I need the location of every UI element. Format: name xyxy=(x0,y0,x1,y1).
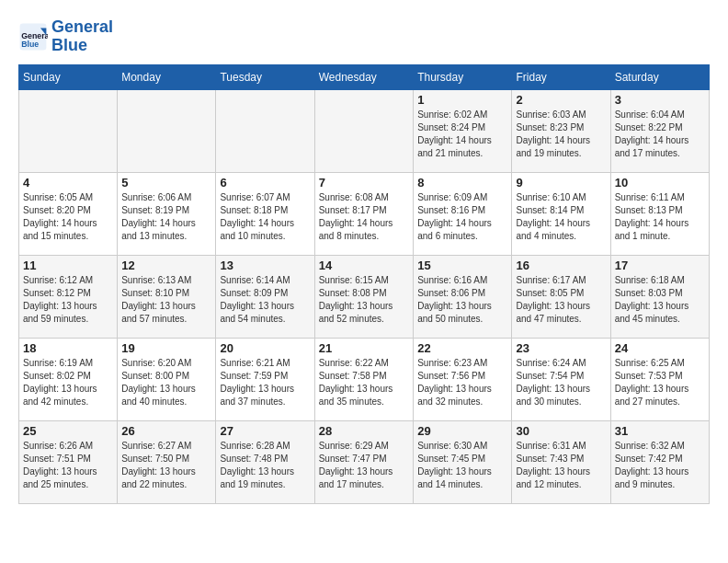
day-info: Sunrise: 6:07 AM Sunset: 8:18 PM Dayligh… xyxy=(220,191,310,243)
day-cell: 28Sunrise: 6:29 AM Sunset: 7:47 PM Dayli… xyxy=(314,420,414,503)
week-row-1: 1Sunrise: 6:02 AM Sunset: 8:24 PM Daylig… xyxy=(19,89,710,172)
day-header-saturday: Saturday xyxy=(610,64,709,89)
day-cell: 15Sunrise: 6:16 AM Sunset: 8:06 PM Dayli… xyxy=(414,255,512,338)
day-info: Sunrise: 6:25 AM Sunset: 7:53 PM Dayligh… xyxy=(615,357,705,408)
day-info: Sunrise: 6:04 AM Sunset: 8:22 PM Dayligh… xyxy=(615,109,705,160)
day-cell xyxy=(216,89,314,172)
day-cell: 9Sunrise: 6:10 AM Sunset: 8:14 PM Daylig… xyxy=(512,172,610,255)
day-info: Sunrise: 6:28 AM Sunset: 7:48 PM Dayligh… xyxy=(220,440,310,491)
day-info: Sunrise: 6:12 AM Sunset: 8:12 PM Dayligh… xyxy=(23,274,113,326)
day-info: Sunrise: 6:21 AM Sunset: 7:59 PM Dayligh… xyxy=(220,357,310,408)
day-cell: 7Sunrise: 6:08 AM Sunset: 8:17 PM Daylig… xyxy=(314,172,414,255)
day-number: 29 xyxy=(417,424,507,438)
day-info: Sunrise: 6:06 AM Sunset: 8:19 PM Dayligh… xyxy=(121,191,211,243)
day-cell: 16Sunrise: 6:17 AM Sunset: 8:05 PM Dayli… xyxy=(512,255,610,338)
week-row-2: 4Sunrise: 6:05 AM Sunset: 8:20 PM Daylig… xyxy=(19,172,710,255)
day-header-friday: Friday xyxy=(512,64,610,89)
day-cell: 30Sunrise: 6:31 AM Sunset: 7:43 PM Dayli… xyxy=(512,420,610,503)
day-number: 5 xyxy=(121,176,211,190)
day-info: Sunrise: 6:11 AM Sunset: 8:13 PM Dayligh… xyxy=(615,191,705,243)
day-number: 21 xyxy=(319,341,410,355)
day-cell: 31Sunrise: 6:32 AM Sunset: 7:42 PM Dayli… xyxy=(610,420,709,503)
week-row-5: 25Sunrise: 6:26 AM Sunset: 7:51 PM Dayli… xyxy=(19,420,710,503)
day-info: Sunrise: 6:03 AM Sunset: 8:23 PM Dayligh… xyxy=(516,109,606,160)
day-number: 17 xyxy=(615,259,705,272)
day-cell: 12Sunrise: 6:13 AM Sunset: 8:10 PM Dayli… xyxy=(118,255,216,338)
day-info: Sunrise: 6:19 AM Sunset: 8:02 PM Dayligh… xyxy=(23,357,113,408)
day-number: 31 xyxy=(615,424,705,438)
logo-icon: General Blue xyxy=(18,22,48,52)
day-info: Sunrise: 6:09 AM Sunset: 8:16 PM Dayligh… xyxy=(417,191,507,243)
day-number: 18 xyxy=(23,341,113,355)
day-info: Sunrise: 6:16 AM Sunset: 8:06 PM Dayligh… xyxy=(417,274,507,326)
day-number: 24 xyxy=(615,341,705,355)
day-cell: 27Sunrise: 6:28 AM Sunset: 7:48 PM Dayli… xyxy=(216,420,314,503)
day-number: 30 xyxy=(516,424,606,438)
day-number: 8 xyxy=(417,176,507,190)
day-cell: 18Sunrise: 6:19 AM Sunset: 8:02 PM Dayli… xyxy=(19,338,118,420)
logo-text: GeneralBlue xyxy=(51,18,113,55)
day-number: 11 xyxy=(23,259,113,272)
day-cell xyxy=(19,89,118,172)
day-info: Sunrise: 6:26 AM Sunset: 7:51 PM Dayligh… xyxy=(23,440,113,491)
day-number: 27 xyxy=(220,424,310,438)
day-info: Sunrise: 6:24 AM Sunset: 7:54 PM Dayligh… xyxy=(516,357,606,408)
day-number: 26 xyxy=(121,424,211,438)
day-cell: 19Sunrise: 6:20 AM Sunset: 8:00 PM Dayli… xyxy=(118,338,216,420)
day-cell: 2Sunrise: 6:03 AM Sunset: 8:23 PM Daylig… xyxy=(512,89,610,172)
day-cell: 13Sunrise: 6:14 AM Sunset: 8:09 PM Dayli… xyxy=(216,255,314,338)
day-number: 19 xyxy=(121,341,211,355)
day-number: 6 xyxy=(220,176,310,190)
day-number: 4 xyxy=(23,176,113,190)
day-info: Sunrise: 6:30 AM Sunset: 7:45 PM Dayligh… xyxy=(417,440,507,491)
day-cell: 11Sunrise: 6:12 AM Sunset: 8:12 PM Dayli… xyxy=(19,255,118,338)
day-number: 1 xyxy=(417,93,507,107)
day-number: 13 xyxy=(220,259,310,272)
day-info: Sunrise: 6:29 AM Sunset: 7:47 PM Dayligh… xyxy=(319,440,410,491)
week-row-4: 18Sunrise: 6:19 AM Sunset: 8:02 PM Dayli… xyxy=(19,338,710,420)
day-number: 22 xyxy=(417,341,507,355)
day-number: 14 xyxy=(319,259,410,272)
day-cell: 26Sunrise: 6:27 AM Sunset: 7:50 PM Dayli… xyxy=(118,420,216,503)
day-cell: 22Sunrise: 6:23 AM Sunset: 7:56 PM Dayli… xyxy=(414,338,512,420)
day-number: 16 xyxy=(516,259,606,272)
day-cell: 6Sunrise: 6:07 AM Sunset: 8:18 PM Daylig… xyxy=(216,172,314,255)
day-cell xyxy=(314,89,414,172)
day-cell: 29Sunrise: 6:30 AM Sunset: 7:45 PM Dayli… xyxy=(414,420,512,503)
day-header-thursday: Thursday xyxy=(414,64,512,89)
day-cell: 1Sunrise: 6:02 AM Sunset: 8:24 PM Daylig… xyxy=(414,89,512,172)
day-info: Sunrise: 6:22 AM Sunset: 7:58 PM Dayligh… xyxy=(319,357,410,408)
day-cell: 25Sunrise: 6:26 AM Sunset: 7:51 PM Dayli… xyxy=(19,420,118,503)
day-info: Sunrise: 6:10 AM Sunset: 8:14 PM Dayligh… xyxy=(516,191,606,243)
svg-text:Blue: Blue xyxy=(21,40,39,49)
day-info: Sunrise: 6:31 AM Sunset: 7:43 PM Dayligh… xyxy=(516,440,606,491)
day-info: Sunrise: 6:02 AM Sunset: 8:24 PM Dayligh… xyxy=(417,109,507,160)
calendar-table: SundayMondayTuesdayWednesdayThursdayFrid… xyxy=(18,64,710,504)
day-info: Sunrise: 6:27 AM Sunset: 7:50 PM Dayligh… xyxy=(121,440,211,491)
day-info: Sunrise: 6:13 AM Sunset: 8:10 PM Dayligh… xyxy=(121,274,211,326)
page-header: General Blue GeneralBlue xyxy=(18,18,710,55)
day-number: 9 xyxy=(516,176,606,190)
day-cell: 4Sunrise: 6:05 AM Sunset: 8:20 PM Daylig… xyxy=(19,172,118,255)
day-header-tuesday: Tuesday xyxy=(216,64,314,89)
day-cell: 8Sunrise: 6:09 AM Sunset: 8:16 PM Daylig… xyxy=(414,172,512,255)
day-number: 2 xyxy=(516,93,606,107)
day-number: 12 xyxy=(121,259,211,272)
week-row-3: 11Sunrise: 6:12 AM Sunset: 8:12 PM Dayli… xyxy=(19,255,710,338)
svg-text:General: General xyxy=(21,30,48,40)
day-cell: 5Sunrise: 6:06 AM Sunset: 8:19 PM Daylig… xyxy=(118,172,216,255)
day-cell: 24Sunrise: 6:25 AM Sunset: 7:53 PM Dayli… xyxy=(610,338,709,420)
day-number: 7 xyxy=(319,176,410,190)
day-number: 15 xyxy=(417,259,507,272)
day-cell: 23Sunrise: 6:24 AM Sunset: 7:54 PM Dayli… xyxy=(512,338,610,420)
day-number: 25 xyxy=(23,424,113,438)
day-cell: 17Sunrise: 6:18 AM Sunset: 8:03 PM Dayli… xyxy=(610,255,709,338)
day-cell: 21Sunrise: 6:22 AM Sunset: 7:58 PM Dayli… xyxy=(314,338,414,420)
day-number: 20 xyxy=(220,341,310,355)
day-number: 10 xyxy=(615,176,705,190)
day-info: Sunrise: 6:14 AM Sunset: 8:09 PM Dayligh… xyxy=(220,274,310,326)
logo: General Blue GeneralBlue xyxy=(18,18,113,55)
day-info: Sunrise: 6:08 AM Sunset: 8:17 PM Dayligh… xyxy=(319,191,410,243)
day-info: Sunrise: 6:17 AM Sunset: 8:05 PM Dayligh… xyxy=(516,274,606,326)
day-cell: 3Sunrise: 6:04 AM Sunset: 8:22 PM Daylig… xyxy=(610,89,709,172)
